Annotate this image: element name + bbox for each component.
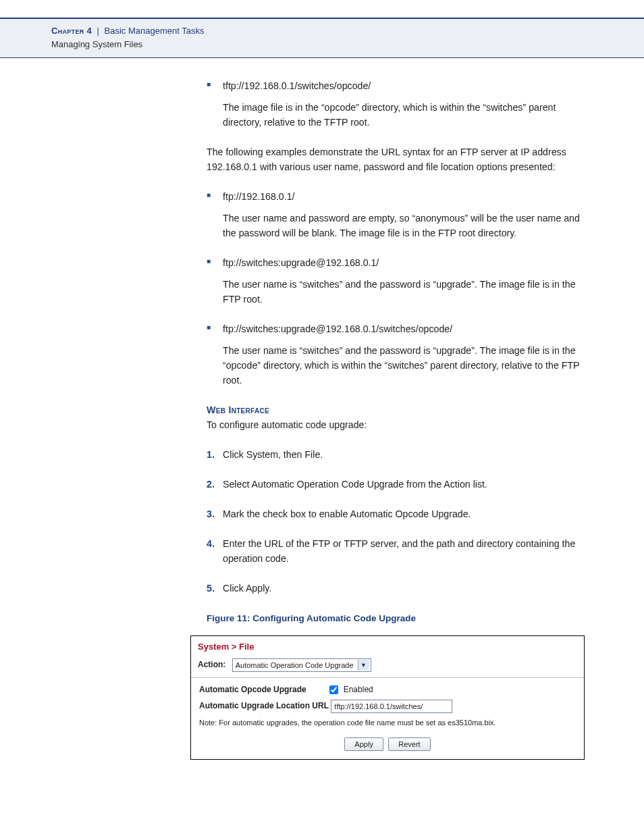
section-heading: Web Interface: [207, 405, 269, 415]
divider: |: [97, 26, 99, 36]
example-desc: The user name is “switches” and the pass…: [223, 277, 585, 307]
action-label: Action:: [198, 660, 225, 669]
upgrade-url-input[interactable]: tftp://192.168.0.1/switches/: [331, 700, 452, 713]
procedure-steps: Click System, then File.Select Automatic…: [207, 447, 585, 596]
chapter-label: Chapter 4: [51, 26, 92, 36]
figure-caption: Figure 11: Configuring Automatic Code Up…: [207, 612, 585, 626]
example-url: ftp://switches:upgrade@192.168.0.1/switc…: [223, 323, 452, 334]
opcode-upgrade-row: Automatic Opcode Upgrade Enabled: [199, 685, 576, 694]
chevron-down-icon: ▼: [358, 660, 369, 671]
screenshot-panel: System > File Action: Automatic Operatio…: [190, 635, 585, 760]
ftp-intro-paragraph: The following examples demonstrate the U…: [207, 145, 585, 174]
enabled-checkbox[interactable]: [329, 685, 338, 694]
step-item: Enter the URL of the FTP or TFTP server,…: [207, 536, 585, 566]
button-row: Apply Revert: [191, 731, 584, 759]
example-desc: The user name and password are empty, so…: [223, 211, 585, 240]
step-item: Mark the check box to enable Automatic O…: [207, 506, 585, 521]
section-intro-text: To configure automatic code upgrade:: [207, 419, 367, 430]
step-item: Click System, then File.: [207, 447, 585, 462]
action-select-value: Automatic Operation Code Upgrade: [236, 661, 354, 669]
main-content: tftp://192.168.0.1/switches/opcode/ The …: [207, 78, 585, 626]
tftp-example-list: tftp://192.168.0.1/switches/opcode/ The …: [207, 78, 585, 130]
list-item: ftp://switches:upgrade@192.168.0.1/The u…: [207, 255, 585, 307]
page-header: Chapter 4 | Basic Management Tasks Manag…: [0, 18, 644, 58]
step-item: Click Apply.: [207, 581, 585, 596]
upgrade-url-label: Automatic Upgrade Location URL: [199, 701, 329, 710]
example-url: ftp://192.168.0.1/: [223, 191, 295, 202]
example-url: ftp://switches:upgrade@192.168.0.1/: [223, 257, 379, 268]
enabled-checkbox-label: Enabled: [344, 685, 373, 694]
example-desc: The user name is “switches” and the pass…: [223, 343, 585, 388]
web-interface-section: Web Interface To configure automatic cod…: [207, 402, 585, 432]
upgrade-url-row: Automatic Upgrade Location URL tftp://19…: [199, 700, 576, 713]
chapter-line: Chapter 4 | Basic Management Tasks: [51, 24, 644, 38]
figure-wrap: System > File Action: Automatic Operatio…: [190, 635, 585, 760]
revert-button[interactable]: Revert: [388, 737, 430, 751]
example-url: tftp://192.168.0.1/switches/opcode/: [223, 80, 371, 91]
screenshot-note: Note: For automatic upgrades, the operat…: [199, 719, 576, 727]
opcode-upgrade-label: Automatic Opcode Upgrade: [199, 685, 327, 694]
list-item: tftp://192.168.0.1/switches/opcode/ The …: [207, 78, 585, 130]
apply-button[interactable]: Apply: [344, 737, 383, 751]
action-row: Action: Automatic Operation Code Upgrade…: [191, 656, 584, 678]
step-item: Select Automatic Operation Code Upgrade …: [207, 477, 585, 492]
list-item: ftp://switches:upgrade@192.168.0.1/switc…: [207, 321, 585, 388]
example-desc: The image file is in the “opcode” direct…: [223, 100, 585, 130]
ftp-example-list: ftp://192.168.0.1/The user name and pass…: [207, 189, 585, 388]
chapter-subtitle: Managing System Files: [51, 38, 644, 51]
action-select[interactable]: Automatic Operation Code Upgrade▼: [232, 658, 371, 672]
screenshot-body: Automatic Opcode Upgrade Enabled Automat…: [191, 678, 584, 731]
breadcrumb: System > File: [191, 636, 584, 656]
chapter-title: Basic Management Tasks: [105, 26, 205, 36]
list-item: ftp://192.168.0.1/The user name and pass…: [207, 189, 585, 240]
